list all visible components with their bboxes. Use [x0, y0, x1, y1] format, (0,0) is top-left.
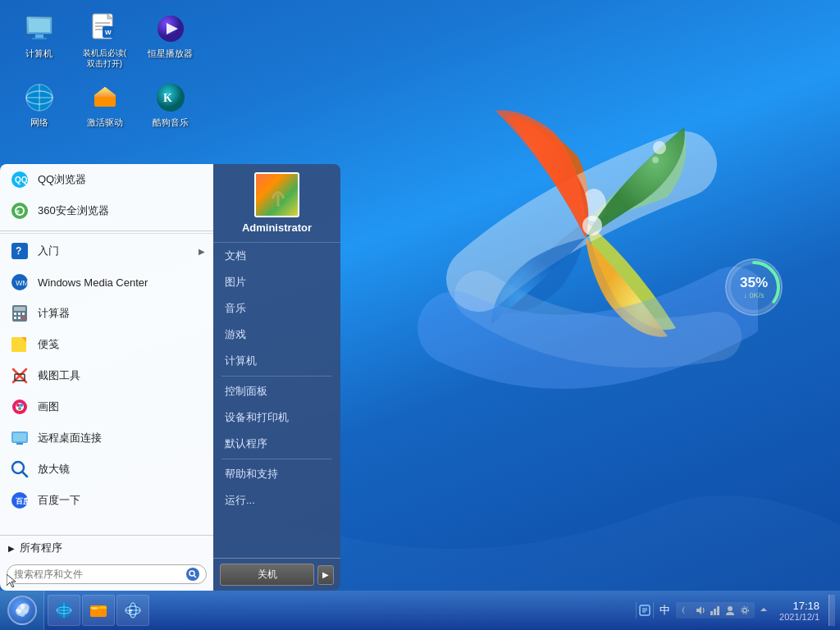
systray-icons [676, 602, 755, 619]
settings-tray-icon[interactable] [738, 604, 751, 617]
win7-logo [413, 41, 758, 427]
menu-item-sticky[interactable]: 便笺 [0, 329, 213, 360]
svg-text:WMC: WMC [16, 279, 30, 287]
start-menu-right-panel: Administrator 文档 图片 音乐 游戏 计算机 控制面板 设备和 [213, 164, 340, 591]
right-menu-default-programs[interactable]: 默认程序 [213, 431, 340, 457]
qq-browser-label: QQ浏览器 [38, 172, 86, 187]
left-bottom-area: ▶ 所有程序 [0, 535, 213, 591]
ime-label: 中 [660, 603, 670, 618]
start-button[interactable] [0, 591, 44, 630]
show-desktop-button[interactable] [829, 595, 835, 626]
search-input[interactable] [14, 568, 186, 580]
taskbar-app-network[interactable] [48, 595, 80, 626]
wmc-icon: WMC [8, 271, 31, 294]
network-tray-icon[interactable] [709, 604, 722, 617]
svg-line-64 [194, 576, 197, 578]
desktop-icon-network[interactable]: 网络 [8, 77, 70, 132]
snipping-icon [8, 364, 31, 387]
menu-item-snipping[interactable]: 截图工具 [0, 360, 213, 391]
svg-text:?: ? [16, 245, 21, 257]
computer-icon-label: 计算机 [25, 48, 52, 59]
taskbar: e 中 [0, 591, 840, 630]
menu-item-360-browser[interactable]: e 360安全浏览器 [0, 195, 213, 226]
action-center-icon[interactable] [638, 604, 651, 617]
menu-item-remote[interactable]: 远程桌面连接 [0, 422, 213, 454]
svg-point-63 [189, 571, 194, 576]
ime-area[interactable]: 中 [656, 601, 673, 619]
speaker-icon[interactable] [694, 604, 707, 617]
start-menu: QQ QQ浏览器 e 360安全浏览器 [0, 164, 340, 591]
right-menu-control-panel[interactable]: 控制面板 [213, 378, 340, 404]
right-menu-devices[interactable]: 设备和打印机 [213, 404, 340, 431]
search-box[interactable] [7, 564, 207, 584]
clock-time: 17:18 [779, 600, 819, 612]
baidu-label: 百度一下 [38, 493, 80, 508]
desktop-icon-driver[interactable]: 激活驱动 [74, 77, 135, 132]
menu-item-calculator[interactable]: 计算器 [0, 298, 213, 329]
right-menu-run[interactable]: 运行... [213, 487, 340, 514]
magnifier-icon [8, 458, 31, 481]
sticky-icon [8, 333, 31, 356]
right-menu-help[interactable]: 帮助和支持 [213, 461, 340, 487]
right-menu-computer[interactable]: 计算机 [213, 348, 340, 374]
right-menu-pictures[interactable]: 图片 [213, 269, 340, 295]
intro-icon: ? [8, 240, 31, 262]
menu-item-qq-browser[interactable]: QQ QQ浏览器 [0, 164, 213, 195]
search-icon[interactable] [186, 568, 199, 581]
svg-rect-9 [35, 34, 43, 38]
shutdown-button[interactable]: 关机 [220, 564, 314, 586]
svg-rect-43 [22, 313, 25, 315]
svg-rect-45 [18, 317, 21, 319]
desktop-icon-kugou[interactable]: K 酷狗音乐 [139, 77, 201, 132]
baidu-icon: 百度 [8, 489, 31, 512]
taskbar-app-ie[interactable]: e [116, 595, 149, 626]
driver-label: 激活驱动 [87, 116, 123, 128]
paint-icon [8, 395, 31, 418]
menu-item-wmc[interactable]: WMC Windows Media Center [0, 267, 213, 298]
right-separator-2 [221, 459, 332, 459]
svg-point-3 [652, 157, 659, 163]
all-programs-item[interactable]: ▶ 所有程序 [0, 536, 213, 560]
separator-1 [0, 233, 213, 234]
360-browser-label: 360安全浏览器 [38, 203, 109, 218]
paint-label: 画图 [38, 399, 59, 414]
menu-item-magnifier[interactable]: 放大镜 [0, 454, 213, 485]
right-separator [221, 376, 332, 377]
desktop-icon-install-doc[interactable]: W 装机后必读(双击打开) [74, 8, 135, 73]
desktop-icon-computer[interactable]: 计算机 [8, 8, 70, 73]
svg-marker-81 [696, 606, 701, 614]
svg-rect-42 [18, 313, 21, 315]
taskbar-app-explorer[interactable] [82, 595, 115, 626]
desktop-icon-media-player[interactable]: 恒星播放器 [139, 8, 201, 73]
username-label: Administrator [242, 221, 312, 234]
calculator-icon [8, 302, 31, 325]
user-tray-icon[interactable] [724, 604, 737, 617]
svg-rect-40 [14, 307, 25, 311]
shutdown-arrow-button[interactable]: ▶ [317, 565, 334, 585]
taskbar-apps-area: e [44, 591, 631, 629]
menu-item-paint[interactable]: 画图 [0, 391, 213, 422]
all-programs-arrow: ▶ [8, 544, 15, 553]
systray-expand-icon[interactable] [757, 604, 770, 617]
svg-text:e: e [129, 607, 133, 614]
intro-arrow: ▶ [199, 247, 205, 256]
svg-point-53 [16, 404, 20, 407]
right-menu-music[interactable]: 音乐 [213, 295, 340, 322]
moon-icon[interactable] [679, 604, 692, 617]
menu-item-intro[interactable]: ? 入门 ▶ [0, 235, 213, 267]
svg-point-2 [653, 141, 666, 154]
clock-date: 2021/12/1 [779, 612, 819, 622]
menu-item-baidu[interactable]: 百度 百度一下 [0, 485, 213, 516]
desktop-icons-area: 计算机 W 装机后必读(双击打开) [8, 8, 201, 132]
network-speed: ↓ 0K/s [743, 291, 764, 299]
svg-point-85 [728, 606, 733, 611]
system-clock[interactable]: 17:18 2021/12/1 [773, 598, 826, 623]
remote-icon [8, 427, 31, 450]
network-taskbar-icon [55, 601, 73, 619]
right-menu-docs[interactable]: 文档 [213, 243, 340, 269]
svg-point-1 [582, 216, 602, 235]
right-menu-games[interactable]: 游戏 [213, 322, 340, 348]
svg-rect-25 [94, 97, 116, 107]
user-avatar[interactable] [254, 172, 299, 217]
taskbar-right-area: 中 [631, 595, 840, 626]
